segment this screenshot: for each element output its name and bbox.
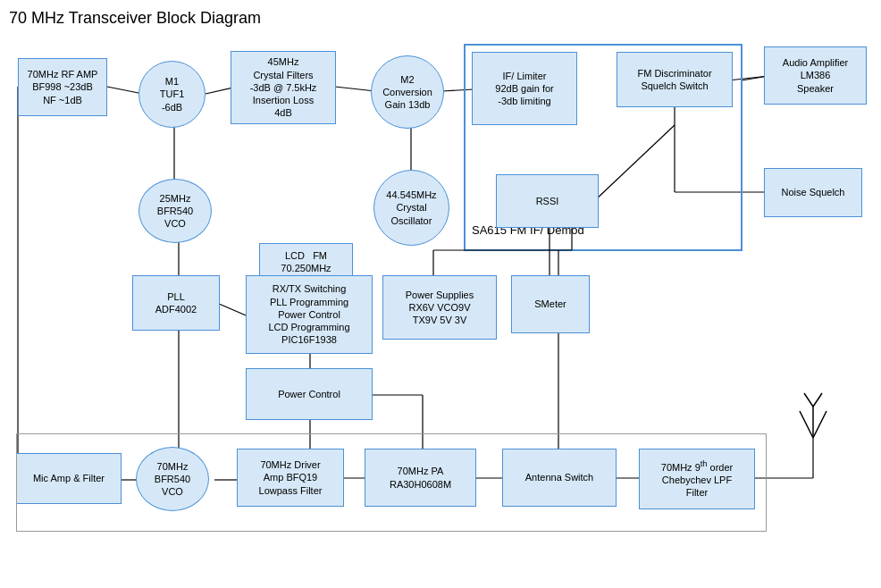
noise-squelch-label: Noise Squelch xyxy=(782,186,845,198)
vco70-label: 70MHzBFR540VCO xyxy=(155,460,190,499)
pll-label: PLLADF4002 xyxy=(155,290,197,316)
lcd-fm-label: LCD FM70.250MHz xyxy=(281,249,331,275)
ant-switch-label: Antenna Switch xyxy=(525,471,593,483)
lpf-label: 70MHz 9th orderChebychev LPFFilter xyxy=(661,459,733,500)
driver-amp-block: 70MHz DriverAmp BFQ19Lowpass Filter xyxy=(237,449,344,507)
vco70-block: 70MHzBFR540VCO xyxy=(136,447,209,511)
fm-disc-block: FM DiscriminatorSquelch Switch xyxy=(617,52,733,107)
m1-block: M1TUF1-6dB xyxy=(138,61,206,128)
audio-amp-label: Audio AmplifierLM386Speaker xyxy=(783,56,848,95)
mic-amp-label: Mic Amp & Filter xyxy=(33,472,105,484)
svg-line-39 xyxy=(813,393,822,407)
driver-amp-label: 70MHz DriverAmp BFQ19Lowpass Filter xyxy=(259,458,323,497)
power-control-label: Power Control xyxy=(278,388,340,400)
pa-label: 70MHz PARA30H0608M xyxy=(390,465,451,491)
svg-line-35 xyxy=(800,411,813,438)
noise-squelch-block: Noise Squelch xyxy=(764,168,862,217)
page-title: 70 MHz Transceiver Block Diagram xyxy=(9,9,261,28)
svg-line-5 xyxy=(728,76,768,80)
svg-line-2 xyxy=(335,87,375,91)
power-supplies-block: Power SuppliesRX6V VCO9VTX9V 5V 3V xyxy=(382,275,497,340)
pll-block: PLLADF4002 xyxy=(132,275,220,331)
fm-disc-label: FM DiscriminatorSquelch Switch xyxy=(637,67,711,93)
rssi-block: RSSI xyxy=(496,174,599,228)
audio-amp-block: Audio AmplifierLM386Speaker xyxy=(764,46,867,105)
mic-amp-block: Mic Amp & Filter xyxy=(16,453,122,504)
pa-block: 70MHz PARA30H0608M xyxy=(365,449,476,507)
rf-amp-block: 70MHz RF AMPBF998 ~23dBNF ~1dB xyxy=(18,58,107,116)
rssi-label: RSSI xyxy=(536,195,559,207)
if-limiter-label: IF/ Limiter92dB gain for-3db limiting xyxy=(495,70,553,108)
diagram: 70 MHz Transceiver Block Diagram xyxy=(0,0,881,588)
m2-label: M2ConversionGain 13db xyxy=(382,73,432,112)
power-control-block: Power Control xyxy=(246,368,373,420)
crystal-osc-label: 44.545MHzCrystalOscillator xyxy=(386,189,436,227)
smeter-label: SMeter xyxy=(534,298,566,310)
micro-label: RX/TX SwitchingPLL ProgrammingPower Cont… xyxy=(268,282,349,346)
rf-amp-label: 70MHz RF AMPBF998 ~23dBNF ~1dB xyxy=(28,68,98,106)
m1-label: M1TUF1-6dB xyxy=(160,75,185,113)
crystal-osc-block: 44.545MHzCrystalOscillator xyxy=(373,170,449,246)
svg-line-0 xyxy=(107,87,143,94)
micro-block: RX/TX SwitchingPLL ProgrammingPower Cont… xyxy=(246,275,373,354)
crystal-filters-block: 45MHzCrystal Filters-3dB @ 7.5kHzInserti… xyxy=(231,51,336,124)
lpf-block: 70MHz 9th orderChebychev LPFFilter xyxy=(639,449,755,509)
vco25-label: 25MHzBFR540VCO xyxy=(157,192,193,231)
ant-switch-block: Antenna Switch xyxy=(502,449,617,507)
svg-line-27 xyxy=(594,125,675,201)
svg-line-38 xyxy=(804,393,813,407)
vco25-block: 25MHzBFR540VCO xyxy=(138,179,212,243)
svg-line-36 xyxy=(813,411,826,438)
smeter-block: SMeter xyxy=(511,275,590,333)
if-limiter-block: IF/ Limiter92dB gain for-3db limiting xyxy=(472,52,577,125)
power-supplies-label: Power SuppliesRX6V VCO9VTX9V 5V 3V xyxy=(406,289,474,327)
m2-block: M2ConversionGain 13db xyxy=(371,55,444,129)
crystal-filters-label: 45MHzCrystal Filters-3dB @ 7.5kHzInserti… xyxy=(250,55,317,119)
svg-line-3 xyxy=(442,89,474,91)
